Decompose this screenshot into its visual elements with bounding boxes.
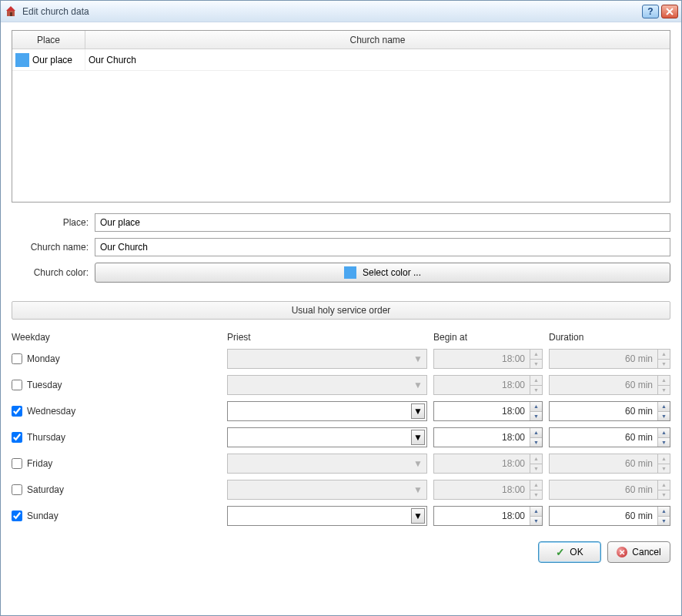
- priest-dropdown[interactable]: ▼: [227, 427, 427, 447]
- weekday-checkbox-saturday[interactable]: [12, 484, 22, 495]
- weekday-checkbox-tuesday[interactable]: [12, 380, 22, 390]
- begin-value: 18:00: [434, 406, 530, 417]
- begin-value: 18:00: [434, 353, 530, 364]
- priest-dropdown: ▼: [227, 349, 427, 369]
- duration-spinner: 60 min▲▼: [549, 349, 670, 369]
- spin-down-icon[interactable]: ▼: [530, 412, 542, 421]
- spin-down-icon: ▼: [530, 464, 542, 474]
- spin-up-icon[interactable]: ▲: [530, 402, 542, 412]
- schedule-head: Weekday Priest Begin at Duration: [12, 332, 670, 343]
- schedule-row-tuesday: Tuesday▼18:00▲▼60 min▲▼: [12, 372, 670, 398]
- grid-header: Place Church name: [12, 31, 670, 49]
- duration-value: 60 min: [550, 406, 657, 417]
- begin-spinner: 18:00▲▼: [433, 454, 543, 474]
- window-controls: ?: [642, 5, 678, 18]
- select-color-button[interactable]: Select color ...: [95, 263, 670, 283]
- cancel-button[interactable]: ✕ Cancel: [607, 541, 670, 563]
- duration-cell: 60 min▲▼: [543, 349, 670, 369]
- col-header-name[interactable]: Church name: [85, 31, 670, 49]
- duration-value: 60 min: [550, 484, 657, 495]
- weekday-checkbox-wednesday[interactable]: [12, 406, 22, 417]
- spin-down-icon: ▼: [530, 490, 542, 500]
- weekday-cell: Thursday: [12, 432, 227, 443]
- duration-cell: 60 min▲▼: [543, 454, 670, 474]
- place-input[interactable]: [95, 213, 670, 232]
- table-row[interactable]: Our placeOur Church: [12, 49, 670, 71]
- col-header-priest: Priest: [227, 332, 427, 343]
- weekday-checkbox-sunday[interactable]: [12, 511, 22, 521]
- duration-spinner[interactable]: 60 min▲▼: [549, 427, 670, 447]
- cell-name: Our Church: [85, 49, 670, 70]
- priest-cell: ▼: [227, 349, 427, 369]
- duration-cell: 60 min▲▼: [543, 375, 670, 395]
- spin-up-icon: ▲: [658, 376, 670, 386]
- col-header-place[interactable]: Place: [12, 31, 85, 49]
- spin-up-icon[interactable]: ▲: [658, 402, 670, 412]
- church-grid[interactable]: Place Church name Our placeOur Church: [12, 30, 670, 203]
- ok-button[interactable]: ✓ OK: [538, 541, 601, 563]
- duration-cell: 60 min▲▼: [543, 427, 670, 447]
- help-button[interactable]: ?: [642, 5, 659, 18]
- spin-down-icon[interactable]: ▼: [658, 517, 670, 526]
- spin-down-icon[interactable]: ▼: [658, 438, 670, 447]
- duration-spinner: 60 min▲▼: [549, 454, 670, 474]
- begin-spinner: 18:00▲▼: [433, 480, 543, 500]
- section-header: Usual holy service order: [12, 301, 670, 320]
- priest-cell: ▼: [227, 506, 427, 526]
- duration-value: 60 min: [550, 353, 657, 364]
- weekday-checkbox-monday[interactable]: [12, 353, 22, 364]
- weekday-checkbox-thursday[interactable]: [12, 432, 22, 443]
- dialog-window: Edit church data ? Place Church name Our…: [0, 0, 682, 616]
- church-name-label: Church name:: [12, 242, 89, 253]
- duration-spinner[interactable]: 60 min▲▼: [549, 506, 670, 526]
- begin-spinner: 18:00▲▼: [433, 375, 543, 395]
- col-header-weekday: Weekday: [12, 332, 227, 343]
- spin-down-icon[interactable]: ▼: [530, 517, 542, 526]
- begin-spinner[interactable]: 18:00▲▼: [433, 401, 543, 421]
- cell-place-text: Our place: [32, 55, 72, 65]
- check-icon: ✓: [556, 546, 565, 558]
- place-label: Place:: [12, 217, 89, 228]
- spin-controls: ▲▼: [530, 350, 542, 368]
- priest-cell: ▼: [227, 401, 427, 421]
- window-title: Edit church data: [22, 6, 642, 17]
- church-name-input[interactable]: [95, 238, 670, 256]
- svg-rect-2: [10, 12, 12, 16]
- begin-cell: 18:00▲▼: [427, 349, 543, 369]
- duration-spinner[interactable]: 60 min▲▼: [549, 401, 670, 421]
- priest-dropdown[interactable]: ▼: [227, 506, 427, 526]
- spin-up-icon[interactable]: ▲: [530, 507, 542, 517]
- spin-up-icon: ▲: [530, 350, 542, 360]
- priest-cell: ▼: [227, 427, 427, 447]
- chevron-down-icon: ▼: [411, 430, 425, 445]
- spin-controls: ▲▼: [657, 507, 670, 525]
- weekday-label: Sunday: [27, 511, 59, 521]
- priest-dropdown[interactable]: ▼: [227, 401, 427, 421]
- spin-controls: ▲▼: [657, 428, 670, 447]
- spin-down-icon[interactable]: ▼: [530, 438, 542, 447]
- spin-controls: ▲▼: [530, 428, 542, 447]
- spin-up-icon[interactable]: ▲: [658, 507, 670, 517]
- schedule-row-thursday: Thursday▼18:00▲▼60 min▲▼: [12, 424, 670, 450]
- weekday-label: Tuesday: [27, 380, 62, 390]
- begin-value: 18:00: [434, 484, 530, 495]
- weekday-cell: Wednesday: [12, 406, 227, 417]
- row-color-swatch: [15, 53, 29, 67]
- cancel-icon: ✕: [617, 547, 627, 557]
- spin-up-icon[interactable]: ▲: [658, 428, 670, 438]
- weekday-checkbox-friday[interactable]: [12, 458, 22, 469]
- spin-up-icon[interactable]: ▲: [530, 428, 542, 438]
- begin-cell: 18:00▲▼: [427, 480, 543, 500]
- duration-spinner: 60 min▲▼: [549, 480, 670, 500]
- begin-spinner[interactable]: 18:00▲▼: [433, 506, 543, 526]
- spin-controls: ▲▼: [657, 402, 670, 420]
- close-button[interactable]: [661, 5, 678, 18]
- schedule-row-sunday: Sunday▼18:00▲▼60 min▲▼: [12, 503, 670, 529]
- cancel-label: Cancel: [632, 547, 660, 557]
- spin-controls: ▲▼: [530, 454, 542, 473]
- begin-value: 18:00: [434, 380, 530, 390]
- begin-spinner[interactable]: 18:00▲▼: [433, 427, 543, 447]
- spin-up-icon: ▲: [658, 480, 670, 490]
- begin-cell: 18:00▲▼: [427, 454, 543, 474]
- spin-down-icon[interactable]: ▼: [658, 412, 670, 421]
